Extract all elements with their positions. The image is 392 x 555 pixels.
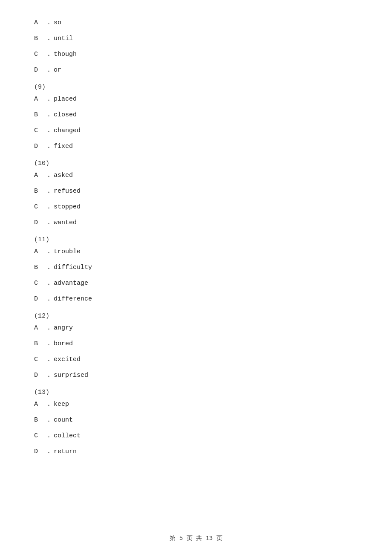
option-dot-4-1: .	[47, 338, 54, 350]
option-text-5-1: count	[54, 414, 73, 426]
option-row-4-0: A.angry	[34, 322, 358, 334]
option-row-5-0: A.keep	[34, 399, 358, 410]
option-letter-3-1: B	[34, 262, 47, 273]
option-row-1-0: A.placed	[34, 93, 358, 105]
option-letter-5-3: D	[34, 446, 47, 457]
option-letter-4-1: B	[34, 338, 47, 350]
option-text-5-0: keep	[54, 399, 69, 410]
option-text-3-3: difference	[54, 293, 92, 305]
question-group-2: (10)A.askedB.refusedC.stoppedD.wanted	[34, 160, 358, 228]
option-row-2-2: C.stopped	[34, 201, 358, 213]
option-text-2-3: wanted	[54, 217, 77, 228]
question-group-3: (11)A.troubleB.difficultyC.advantageD.di…	[34, 236, 358, 305]
option-row-2-3: D.wanted	[34, 217, 358, 228]
option-row-3-0: A.trouble	[34, 246, 358, 257]
option-letter-3-0: A	[34, 246, 47, 257]
option-text-2-2: stopped	[54, 201, 81, 213]
option-text-2-1: refused	[54, 185, 81, 197]
option-text-1-2: changed	[54, 125, 81, 136]
option-dot-3-1: .	[47, 262, 54, 273]
option-dot-1-1: .	[47, 109, 54, 121]
option-letter-0-0: A	[34, 17, 47, 29]
option-dot-0-1: .	[47, 33, 54, 44]
option-letter-5-0: A	[34, 399, 47, 410]
question-group-4: (12)A.angryB.boredC.excitedD.surprised	[34, 312, 358, 381]
option-dot-4-2: .	[47, 354, 54, 365]
question-group-5: (13)A.keepB.countC.collectD.return	[34, 389, 358, 457]
option-row-4-2: C.excited	[34, 354, 358, 365]
question-group-1: (9)A.placedB.closedC.changedD.fixed	[34, 84, 358, 152]
option-letter-3-3: D	[34, 293, 47, 305]
option-letter-0-1: B	[34, 33, 47, 44]
option-text-0-2: though	[54, 49, 77, 60]
option-row-2-0: A.asked	[34, 170, 358, 181]
option-letter-1-0: A	[34, 93, 47, 105]
option-dot-5-2: .	[47, 430, 54, 442]
option-row-4-3: D.surprised	[34, 370, 358, 381]
option-row-5-2: C.collect	[34, 430, 358, 442]
option-row-1-1: B.closed	[34, 109, 358, 121]
option-dot-5-0: .	[47, 399, 54, 410]
option-dot-0-3: .	[47, 64, 54, 76]
option-dot-2-3: .	[47, 217, 54, 228]
main-content: A.soB.untilC.thoughD.or(9)A.placedB.clos…	[0, 0, 392, 496]
option-text-4-3: surprised	[54, 370, 88, 381]
option-letter-5-2: C	[34, 430, 47, 442]
option-dot-1-3: .	[47, 141, 54, 152]
option-dot-3-2: .	[47, 278, 54, 289]
option-row-1-3: D.fixed	[34, 141, 358, 152]
option-letter-1-3: D	[34, 141, 47, 152]
option-dot-4-3: .	[47, 370, 54, 381]
option-letter-0-2: C	[34, 49, 47, 60]
option-dot-2-0: .	[47, 170, 54, 181]
option-text-3-0: trouble	[54, 246, 81, 257]
option-row-0-0: A.so	[34, 17, 358, 29]
option-text-3-1: difficulty	[54, 262, 92, 273]
option-letter-1-1: B	[34, 109, 47, 121]
option-dot-1-2: .	[47, 125, 54, 136]
option-text-5-2: collect	[54, 430, 81, 442]
question-number-5: (13)	[34, 389, 358, 396]
page-footer: 第 5 页 共 13 页	[0, 535, 392, 542]
option-row-0-2: C.though	[34, 49, 358, 60]
option-dot-4-0: .	[47, 322, 54, 334]
option-text-5-3: return	[54, 446, 77, 457]
option-row-1-2: C.changed	[34, 125, 358, 136]
option-row-5-1: B.count	[34, 414, 358, 426]
option-letter-2-2: C	[34, 201, 47, 213]
option-letter-5-1: B	[34, 414, 47, 426]
option-text-1-1: closed	[54, 109, 77, 121]
option-text-0-0: so	[54, 17, 61, 29]
option-dot-2-1: .	[47, 185, 54, 197]
option-dot-0-2: .	[47, 49, 54, 60]
option-letter-3-2: C	[34, 278, 47, 289]
option-dot-1-0: .	[47, 93, 54, 105]
option-letter-0-3: D	[34, 64, 47, 76]
option-dot-0-0: .	[47, 17, 54, 29]
option-dot-5-1: .	[47, 414, 54, 426]
option-dot-2-2: .	[47, 201, 54, 213]
question-number-4: (12)	[34, 312, 358, 320]
option-text-1-0: placed	[54, 93, 77, 105]
option-text-2-0: asked	[54, 170, 73, 181]
page-number: 第 5 页 共 13 页	[170, 535, 222, 542]
option-text-1-3: fixed	[54, 141, 73, 152]
option-dot-5-3: .	[47, 446, 54, 457]
option-letter-2-0: A	[34, 170, 47, 181]
option-text-0-3: or	[54, 64, 61, 76]
question-number-1: (9)	[34, 84, 358, 91]
option-row-3-1: B.difficulty	[34, 262, 358, 273]
option-letter-2-1: B	[34, 185, 47, 197]
option-letter-4-3: D	[34, 370, 47, 381]
option-text-4-2: excited	[54, 354, 81, 365]
option-dot-3-0: .	[47, 246, 54, 257]
option-letter-1-2: C	[34, 125, 47, 136]
question-group-0: A.soB.untilC.thoughD.or	[34, 17, 358, 76]
option-letter-4-2: C	[34, 354, 47, 365]
option-row-3-2: C.advantage	[34, 278, 358, 289]
option-letter-2-3: D	[34, 217, 47, 228]
option-row-3-3: D.difference	[34, 293, 358, 305]
option-row-5-3: D.return	[34, 446, 358, 457]
option-text-3-2: advantage	[54, 278, 88, 289]
option-text-4-1: bored	[54, 338, 73, 350]
